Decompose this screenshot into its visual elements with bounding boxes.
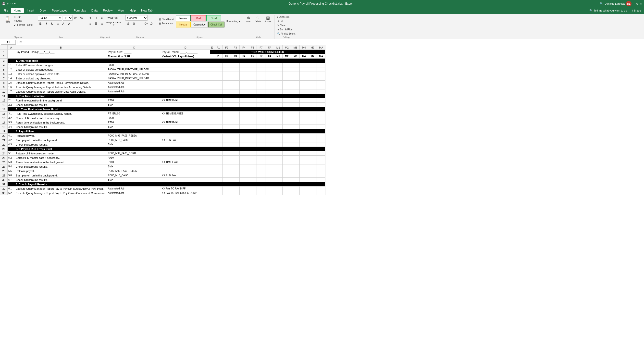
cell-description[interactable]: Execute Query Manager Report Master Data… — [15, 90, 107, 94]
tick-cell[interactable] — [274, 142, 282, 147]
tick-cell[interactable] — [308, 112, 317, 116]
tick-cell[interactable] — [257, 186, 266, 191]
tick-cell[interactable] — [317, 72, 326, 76]
cell-transaction[interactable]: PC00_M13_CALC — [107, 138, 161, 142]
row-header[interactable]: 32 — [0, 186, 8, 191]
tick-cell[interactable] — [231, 116, 240, 120]
tick-cell[interactable] — [248, 142, 257, 147]
tick-cell[interactable] — [317, 164, 326, 169]
cell-description[interactable]: Rerun time evaluation in the background. — [15, 120, 107, 125]
tick-cell[interactable] — [240, 103, 248, 107]
tick-cell[interactable] — [214, 125, 222, 129]
col-header-m1[interactable]: M1 — [274, 45, 282, 50]
tick-cell[interactable] — [248, 98, 257, 103]
tick-cell[interactable] — [291, 81, 300, 85]
tick-cell[interactable] — [240, 72, 248, 76]
tick-cell[interactable] — [240, 191, 248, 195]
tick-cell[interactable] — [240, 85, 248, 90]
cell-e[interactable] — [210, 178, 214, 182]
tick-cell[interactable] — [274, 98, 282, 103]
tick-cell[interactable] — [291, 191, 300, 195]
tick-cell[interactable] — [274, 134, 282, 138]
tick-cell[interactable] — [274, 116, 282, 120]
tick-cell[interactable] — [291, 103, 300, 107]
tick-cell[interactable] — [282, 138, 291, 142]
tick-cell[interactable] — [274, 156, 282, 160]
cell-e[interactable] — [210, 63, 214, 68]
cell-e[interactable] — [210, 134, 214, 138]
cell-step-num[interactable]: 5.4 — [8, 164, 15, 169]
cell-2b[interactable] — [15, 54, 107, 58]
tick-cell[interactable] — [214, 85, 222, 90]
tick-cell[interactable] — [282, 81, 291, 85]
tick-cell[interactable] — [240, 134, 248, 138]
tick-cell[interactable] — [308, 72, 317, 76]
tick-cell[interactable] — [266, 63, 274, 68]
tick-cell[interactable] — [282, 103, 291, 107]
tick-cell[interactable] — [257, 98, 266, 103]
tick-cell[interactable] — [266, 191, 274, 195]
tick-cell[interactable] — [300, 191, 308, 195]
tick-cell[interactable] — [266, 76, 274, 81]
cell-section-header[interactable]: 3. If Time Evaluation Errors Exist — [15, 107, 210, 112]
merge-center-btn[interactable]: Merge & Center ▾ — [105, 21, 122, 26]
currency-btn[interactable]: $ — [126, 21, 131, 26]
tick-cell[interactable] — [222, 81, 231, 85]
menu-home[interactable]: Home — [11, 8, 24, 13]
search-icon[interactable]: 🔍 — [600, 2, 603, 6]
tick-cell[interactable] — [317, 138, 326, 142]
tick-cell[interactable] — [266, 142, 274, 147]
tick-cell[interactable] — [240, 76, 248, 81]
col-header-m3[interactable]: M3 — [291, 45, 300, 50]
tick-cell[interactable] — [282, 85, 291, 90]
tick-cell[interactable] — [266, 156, 274, 160]
tick-cell[interactable] — [240, 125, 248, 129]
tick-cell[interactable] — [282, 191, 291, 195]
tick-cell[interactable] — [308, 90, 317, 94]
cell-description[interactable]: Execute Query Manager Report Hires & Ter… — [15, 81, 107, 85]
tick-cell[interactable] — [291, 164, 300, 169]
cell-e-2[interactable] — [210, 54, 214, 58]
tick-cell[interactable] — [248, 112, 257, 116]
tick-cell[interactable] — [231, 81, 240, 85]
align-left-btn[interactable]: ≡ — [88, 21, 93, 26]
cell-description[interactable]: Correct HR master data if necessary. — [15, 156, 107, 160]
tick-cell[interactable] — [266, 116, 274, 120]
redo-icon[interactable]: ↪ — [10, 2, 13, 6]
tick-cell[interactable] — [214, 76, 222, 81]
tell-me-label[interactable]: Tell me what you want to do — [594, 9, 627, 12]
cell-step-num[interactable]: 3.1 — [8, 112, 15, 116]
tick-cell[interactable] — [274, 68, 282, 72]
row-header[interactable]: 15 — [0, 112, 8, 116]
tick-cell[interactable] — [266, 98, 274, 103]
cell-transaction[interactable]: PA30 or ZPHR_INFOTYPE_UPLOAD — [107, 72, 161, 76]
tick-cell[interactable] — [266, 186, 274, 191]
tick-cell[interactable] — [257, 125, 266, 129]
tick-cell[interactable] — [282, 186, 291, 191]
tick-cell[interactable] — [240, 156, 248, 160]
tick-cell[interactable] — [222, 173, 231, 178]
cell-e[interactable] — [210, 142, 214, 147]
cell-description[interactable]: Run Time Evaluation Messages Display rep… — [15, 112, 107, 116]
col-header-c[interactable]: C — [107, 45, 161, 50]
tick-cell[interactable] — [317, 63, 326, 68]
tick-cell[interactable] — [257, 116, 266, 120]
tick-cell[interactable] — [300, 178, 308, 182]
tick-cell[interactable] — [222, 151, 231, 156]
cell-description[interactable]: Release payroll. — [15, 134, 107, 138]
tick-cell[interactable] — [222, 160, 231, 164]
tick-col-header-f3[interactable]: F3 — [231, 54, 240, 58]
tick-cell[interactable] — [282, 169, 291, 173]
tick-cell[interactable] — [231, 76, 240, 81]
undo-icon[interactable]: ↩ — [7, 2, 9, 6]
cell-variant[interactable] — [161, 72, 210, 76]
row-header[interactable]: 13 — [0, 103, 8, 107]
tick-col-header-f2[interactable]: F2 — [222, 54, 231, 58]
tick-cell[interactable] — [257, 142, 266, 147]
cell-step-num[interactable]: 3.2 — [8, 116, 15, 120]
tick-cell[interactable] — [300, 134, 308, 138]
tick-cell[interactable] — [300, 76, 308, 81]
cell-variant[interactable]: XX PAY TO PAY DIFF — [161, 186, 210, 191]
row-header[interactable]: 6 — [0, 72, 8, 76]
tick-cell[interactable] — [308, 81, 317, 85]
